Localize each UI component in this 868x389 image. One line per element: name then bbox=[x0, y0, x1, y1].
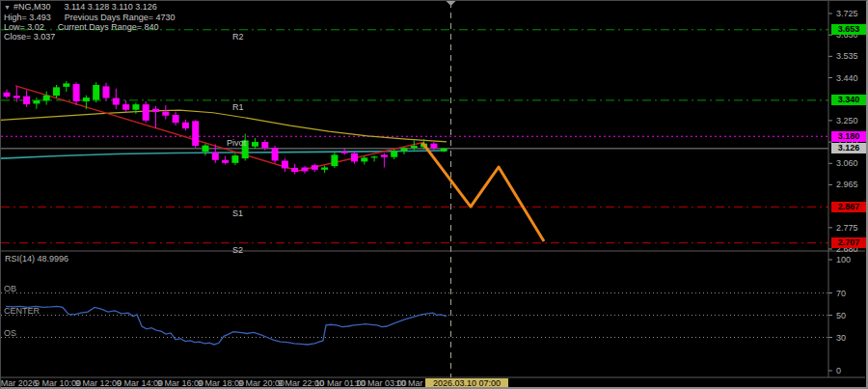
candle-body bbox=[341, 152, 348, 153]
rsi-value: 48.9996 bbox=[38, 254, 69, 264]
rsi-tick-label: 70 bbox=[836, 289, 846, 298]
price-badge: 3.126 bbox=[831, 143, 866, 153]
symbol-name: #NG,M30 bbox=[14, 2, 51, 12]
candle-body bbox=[43, 96, 50, 101]
symbol-info: ▼#NG,M303.114 3.128 3.110 3.126 High= 3.… bbox=[4, 2, 176, 42]
candle-body bbox=[411, 146, 418, 148]
candle-body bbox=[173, 115, 179, 123]
symbol-info-line4: Close= 3.037 bbox=[4, 32, 176, 42]
candle-body bbox=[401, 148, 408, 151]
chart-canvas[interactable] bbox=[1, 1, 865, 387]
time-tick-label: 9 Mar 12:00 bbox=[75, 378, 122, 388]
rsi-header: RSI(14) 48.9996 bbox=[5, 254, 68, 264]
candle-body bbox=[73, 84, 80, 101]
level-label-r2: R2 bbox=[232, 32, 244, 42]
price-badge: 2.707 bbox=[831, 237, 866, 248]
candle-body bbox=[351, 153, 358, 162]
candle-body bbox=[361, 157, 367, 161]
price-badge: 3.653 bbox=[831, 24, 866, 35]
close-readout: Close= 3.037 bbox=[4, 32, 55, 42]
time-tick-label: 9 Mar 10:00 bbox=[35, 378, 81, 388]
candle-body bbox=[93, 85, 99, 99]
candle-body bbox=[252, 142, 258, 147]
candle-body bbox=[312, 165, 318, 170]
price-tick-label: 2.775 bbox=[836, 223, 858, 233]
rsi-tick-label: 30 bbox=[836, 333, 846, 343]
time-tick-label: 9 Mar 18:00 bbox=[198, 378, 244, 388]
candle-body bbox=[4, 93, 11, 97]
crosshair-time-badge: 2026.03.10 07:00 bbox=[425, 378, 508, 389]
symbol-dropdown-icon[interactable]: ▼ bbox=[4, 4, 11, 11]
candle-body bbox=[391, 151, 397, 156]
candle-body bbox=[302, 167, 309, 171]
time-tick-label: 9 Mar 14:00 bbox=[117, 378, 163, 388]
price-badge: 3.340 bbox=[831, 95, 866, 105]
symbol-info-line3: Low= 3.02Current Days Range= 840 bbox=[4, 22, 176, 32]
ma-fast-line bbox=[1, 110, 447, 142]
rsi-tick-label: 0 bbox=[836, 366, 841, 375]
rsi-curve bbox=[6, 306, 447, 345]
symbol-info-line2: High= 3.493Previous Days Range= 4730 bbox=[4, 13, 176, 22]
candle-body bbox=[261, 142, 268, 148]
prev-range-readout: Previous Days Range= 4730 bbox=[65, 13, 176, 22]
price-tick-label: 3.250 bbox=[836, 116, 858, 125]
time-tick-label: 9 Mar 16:00 bbox=[157, 378, 203, 388]
ohlc-readout: 3.114 3.128 3.110 3.126 bbox=[64, 2, 156, 12]
forecast-line bbox=[422, 143, 544, 241]
level-label-pivot: Pivot bbox=[227, 138, 246, 148]
candle-body bbox=[83, 97, 90, 101]
candle-body bbox=[192, 121, 199, 146]
price-tick-label: 2.965 bbox=[836, 180, 858, 189]
level-label-r1: R1 bbox=[232, 102, 244, 112]
time-tick-label: 9 Mar 2026 bbox=[0, 378, 38, 388]
rsi-tick-label: 100 bbox=[836, 255, 851, 264]
candle-body bbox=[331, 154, 338, 166]
rsi-name: RSI(14) bbox=[5, 254, 35, 264]
candle-body bbox=[143, 104, 149, 121]
candle-body bbox=[182, 123, 189, 128]
candle-body bbox=[222, 160, 229, 163]
candle-body bbox=[132, 104, 139, 110]
price-tick-label: 3.440 bbox=[836, 73, 858, 83]
symbol-info-line1: ▼#NG,M303.114 3.128 3.110 3.126 bbox=[4, 2, 176, 13]
high-readout: High= 3.493 bbox=[4, 13, 51, 22]
crosshair-top-marker bbox=[447, 1, 456, 6]
candle-body bbox=[231, 155, 238, 163]
candle-body bbox=[430, 144, 437, 149]
candle-body bbox=[152, 109, 159, 112]
chart-window: ▼#NG,M303.114 3.128 3.110 3.126 High= 3.… bbox=[0, 0, 868, 389]
candle-body bbox=[63, 83, 69, 87]
candle-body bbox=[203, 146, 209, 153]
candle-body bbox=[53, 87, 60, 96]
candle-body bbox=[33, 100, 40, 104]
candle-body bbox=[371, 156, 378, 157]
rsi-tick-label: 50 bbox=[836, 311, 846, 320]
rsi-zone-label-center: CENTER bbox=[4, 306, 40, 316]
curr-range-readout: Current Days Range= 840 bbox=[58, 22, 159, 32]
candle-body bbox=[321, 167, 328, 169]
candle-body bbox=[23, 97, 30, 104]
price-tick-label: 3.060 bbox=[836, 158, 858, 168]
candle-body bbox=[381, 154, 388, 156]
candle-body bbox=[122, 104, 129, 110]
rsi-zone-label-ob: OB bbox=[4, 284, 16, 293]
candle-body bbox=[212, 153, 219, 160]
price-axis[interactable]: 3.7253.6303.5353.4403.2503.1553.0602.965… bbox=[830, 1, 867, 378]
time-axis[interactable]: 9 Mar 20269 Mar 10:009 Mar 12:009 Mar 14… bbox=[1, 378, 828, 389]
candle-body bbox=[291, 168, 298, 172]
low-readout: Low= 3.02 bbox=[4, 22, 44, 32]
candle-body bbox=[282, 160, 288, 168]
candle-body bbox=[103, 86, 110, 97]
rsi-zone-label-os: OS bbox=[4, 328, 16, 338]
price-tick-label: 3.725 bbox=[836, 9, 858, 18]
candle-body bbox=[14, 96, 20, 97]
price-tick-label: 3.535 bbox=[836, 51, 858, 61]
level-label-s1: S1 bbox=[232, 208, 243, 218]
candle-body bbox=[113, 98, 120, 105]
candle-body bbox=[441, 149, 448, 152]
candle-body bbox=[272, 148, 279, 160]
price-badge: 3.180 bbox=[831, 131, 866, 142]
price-badge: 2.867 bbox=[831, 202, 866, 212]
level-label-s2: S2 bbox=[232, 245, 243, 255]
candle-body bbox=[162, 112, 169, 116]
